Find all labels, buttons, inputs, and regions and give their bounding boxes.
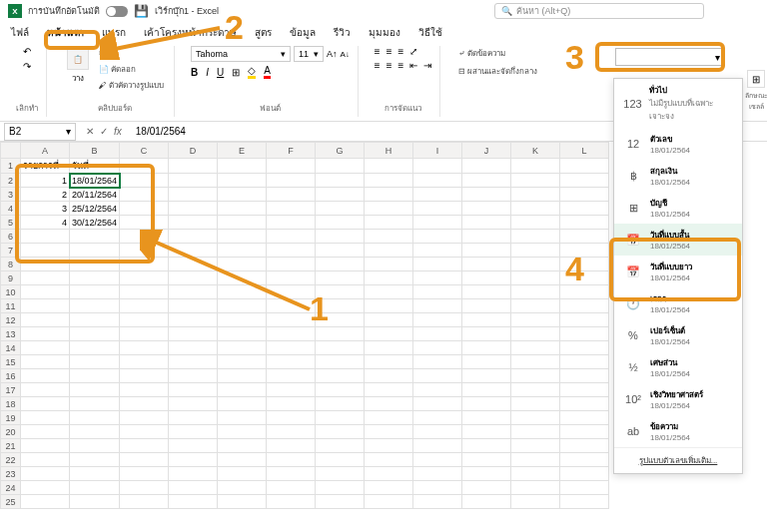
row-header[interactable]: 7	[1, 244, 21, 258]
tab-home[interactable]: หน้าแรก	[44, 23, 87, 42]
tab-data[interactable]: ข้อมูล	[287, 23, 319, 42]
align-left-icon[interactable]: ≡	[375, 60, 381, 71]
format-accounting[interactable]: ⊞บัญชี18/01/2564	[614, 192, 742, 224]
more-formats-link[interactable]: รูปแบบตัวเลขเพิ่มเติม...	[614, 447, 742, 473]
cell[interactable]: 3	[21, 202, 70, 216]
col-header[interactable]: B	[70, 143, 120, 159]
row-header[interactable]: 6	[1, 230, 21, 244]
name-box[interactable]: B2▾	[4, 123, 76, 141]
border-button[interactable]: ⊞	[232, 67, 240, 78]
fill-color-button[interactable]: ◇	[248, 65, 256, 79]
cell[interactable]: 25/12/2564	[70, 202, 120, 216]
row-header[interactable]: 3	[1, 188, 21, 202]
format-time[interactable]: 🕐เวลา18/01/2564	[614, 287, 742, 319]
cell-active[interactable]: 18/01/2564	[70, 174, 120, 188]
row-header[interactable]: 11	[1, 299, 21, 313]
row-header[interactable]: 2	[1, 174, 21, 188]
redo-icon[interactable]: ↷	[23, 61, 31, 72]
cell[interactable]: 30/12/2564	[70, 216, 120, 230]
align-bottom-icon[interactable]: ≡	[398, 46, 404, 57]
tab-review[interactable]: รีวิว	[331, 23, 354, 42]
row-header[interactable]: 9	[1, 271, 21, 285]
row-header[interactable]: 25	[1, 495, 21, 509]
row-header[interactable]: 12	[1, 313, 21, 327]
underline-button[interactable]: U	[217, 67, 224, 78]
row-header[interactable]: 8	[1, 258, 21, 271]
format-general[interactable]: 123ทั่วไปไม่มีรูปแบบที่เฉพาะเจาะจง	[614, 79, 742, 128]
cell[interactable]: วันที่	[70, 159, 120, 174]
col-header[interactable]: L	[560, 143, 609, 159]
format-currency[interactable]: ฿สกุลเงิน18/01/2564	[614, 160, 742, 192]
select-all-corner[interactable]	[1, 143, 21, 159]
increase-indent-icon[interactable]: ⇥	[423, 60, 431, 71]
cell[interactable]: 20/11/2564	[70, 188, 120, 202]
undo-icon[interactable]: ↶	[23, 46, 31, 57]
col-header[interactable]: J	[462, 143, 511, 159]
row-header[interactable]: 24	[1, 481, 21, 495]
cell[interactable]: 1	[21, 174, 70, 188]
row-header[interactable]: 5	[1, 216, 21, 230]
autosave-toggle[interactable]	[106, 6, 128, 17]
font-size-combo[interactable]: 11▾	[294, 46, 324, 62]
align-middle-icon[interactable]: ≡	[386, 46, 392, 57]
row-header[interactable]: 17	[1, 383, 21, 397]
col-header[interactable]: A	[21, 143, 70, 159]
increase-font-icon[interactable]: A↑	[327, 49, 338, 59]
enter-icon[interactable]: ✓	[100, 126, 108, 137]
tab-file[interactable]: ไฟล์	[8, 23, 32, 42]
cell-styles-icon[interactable]: ⊞	[747, 70, 765, 88]
col-header[interactable]: K	[511, 143, 560, 159]
row-header[interactable]: 13	[1, 327, 21, 341]
wrap-text-button[interactable]: ⤶ ตัดข้อความ	[456, 46, 507, 61]
search-input[interactable]: 🔍 ค้นหา (Alt+Q)	[494, 3, 704, 19]
decrease-indent-icon[interactable]: ⇤	[409, 60, 417, 71]
row-header[interactable]: 23	[1, 467, 21, 481]
row-header[interactable]: 1	[1, 159, 21, 174]
col-header[interactable]: C	[120, 143, 169, 159]
merge-center-button[interactable]: ⊟ ผสานและจัดกึ่งกลาง	[456, 64, 539, 79]
format-number[interactable]: 12ตัวเลข18/01/2564	[614, 128, 742, 160]
row-header[interactable]: 21	[1, 439, 21, 453]
fx-icon[interactable]: fx	[114, 126, 122, 137]
col-header[interactable]: F	[267, 143, 316, 159]
col-header[interactable]: G	[316, 143, 365, 159]
cell[interactable]: 4	[21, 216, 70, 230]
format-fraction[interactable]: ½เศษส่วน18/01/2564	[614, 351, 742, 383]
row-header[interactable]: 10	[1, 285, 21, 299]
row-header[interactable]: 20	[1, 425, 21, 439]
italic-button[interactable]: I	[206, 67, 209, 78]
format-short-date[interactable]: 📅วันที่แบบสั้น18/01/2564	[614, 224, 742, 256]
decrease-font-icon[interactable]: A↓	[341, 50, 350, 59]
row-header[interactable]: 15	[1, 355, 21, 369]
cancel-icon[interactable]: ✕	[86, 126, 94, 137]
row-header[interactable]: 18	[1, 397, 21, 411]
col-header[interactable]: E	[218, 143, 267, 159]
format-scientific[interactable]: 10²เชิงวิทยาศาสตร์18/01/2564	[614, 383, 742, 415]
copy-button[interactable]: 📄 คัดลอก	[97, 62, 166, 77]
row-header[interactable]: 19	[1, 411, 21, 425]
row-header[interactable]: 22	[1, 453, 21, 467]
align-right-icon[interactable]: ≡	[398, 60, 404, 71]
align-center-icon[interactable]: ≡	[386, 60, 392, 71]
col-header[interactable]: I	[413, 143, 462, 159]
row-header[interactable]: 16	[1, 369, 21, 383]
tab-view[interactable]: มุมมอง	[366, 23, 403, 42]
font-color-button[interactable]: A	[264, 65, 271, 79]
tab-help[interactable]: วิธีใช้	[415, 23, 445, 42]
cell[interactable]: รายการที่	[21, 159, 70, 174]
col-header[interactable]: D	[169, 143, 218, 159]
format-painter-button[interactable]: 🖌 ตัวคัดวางรูปแบบ	[97, 78, 166, 93]
cell[interactable]	[120, 159, 169, 174]
row-header[interactable]: 14	[1, 341, 21, 355]
bold-button[interactable]: B	[191, 67, 198, 78]
tab-formulas[interactable]: สูตร	[252, 23, 275, 42]
spreadsheet-grid[interactable]: A B C D E F G H I J K L 1รายการที่วันที่…	[0, 142, 609, 509]
row-header[interactable]: 4	[1, 202, 21, 216]
paste-button[interactable]: 📋 วาง	[63, 46, 93, 87]
cell[interactable]: 2	[21, 188, 70, 202]
format-percent[interactable]: %เปอร์เซ็นต์18/01/2564	[614, 319, 742, 351]
number-format-combo[interactable]: ▾	[615, 48, 725, 66]
format-text[interactable]: abข้อความ18/01/2564	[614, 415, 742, 447]
align-top-icon[interactable]: ≡	[375, 46, 381, 57]
format-long-date[interactable]: 📅วันที่แบบยาว18/01/2564	[614, 256, 742, 287]
